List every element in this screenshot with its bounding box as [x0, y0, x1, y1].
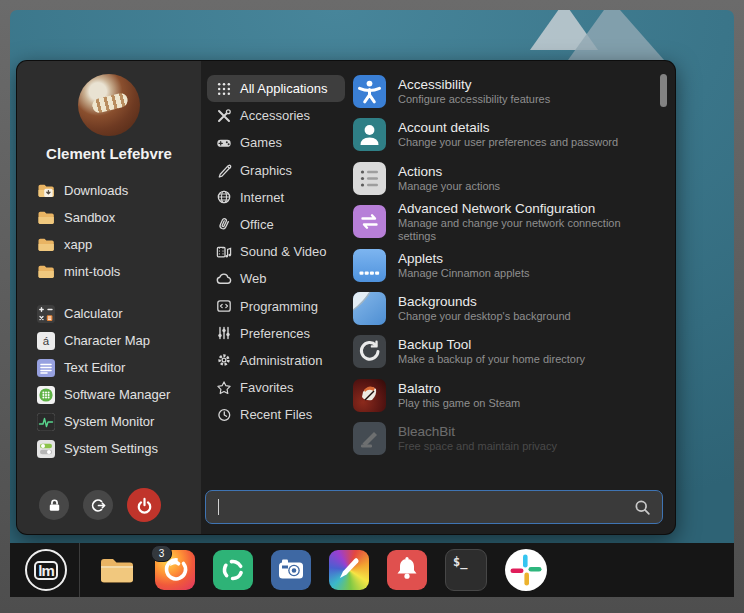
category-office[interactable]: Office: [207, 211, 345, 238]
cloud-icon: [216, 271, 232, 287]
category-programming[interactable]: Programming: [207, 293, 345, 320]
app-title: Accessibility: [398, 77, 550, 93]
app-shortcuts-list: Calculator á Character Map Text Editor S…: [17, 300, 201, 462]
app-actions[interactable]: Actions Manage your actions: [353, 162, 657, 195]
category-label: Graphics: [240, 163, 292, 178]
category-preferences[interactable]: Preferences: [207, 320, 345, 347]
gear-icon: [216, 352, 232, 368]
app-description: Manage your actions: [398, 180, 500, 193]
folder-icon: [98, 553, 136, 587]
application-list: Accessibility Configure accessibility fe…: [353, 75, 657, 466]
category-web[interactable]: Web: [207, 265, 345, 292]
menu-sidebar: Clement Lefebvre Downloads Sandbox xapp …: [17, 61, 201, 534]
slack-launcher[interactable]: [505, 549, 547, 591]
terminal-launcher[interactable]: $_: [445, 549, 487, 591]
mint-menu-button[interactable]: lm: [25, 549, 67, 591]
place-label: Downloads: [64, 183, 128, 198]
app-advanced-network-configuration[interactable]: Advanced Network Configuration Manage an…: [353, 205, 657, 238]
category-sound-video[interactable]: Sound & Video: [207, 238, 345, 265]
svg-text:á: á: [43, 335, 50, 347]
folder-icon: [37, 209, 55, 227]
app-description: Manage and change your network connectio…: [398, 217, 657, 243]
category-all-applications[interactable]: All Applications: [207, 75, 345, 102]
category-label: Programming: [240, 299, 318, 314]
update-manager-launcher[interactable]: [213, 550, 253, 590]
app-backgrounds[interactable]: Backgrounds Change your desktop's backgr…: [353, 292, 657, 325]
text-cursor: [218, 499, 219, 515]
place-xapp[interactable]: xapp: [17, 231, 201, 258]
refresh-icon: [213, 550, 253, 590]
category-graphics[interactable]: Graphics: [207, 157, 345, 184]
logout-button[interactable]: [83, 490, 113, 520]
category-favorites[interactable]: Favorites: [207, 374, 345, 401]
balatro-icon: [353, 379, 386, 412]
slack-icon: [505, 549, 547, 591]
category-recent-files[interactable]: Recent Files: [207, 401, 345, 428]
grid-icon: [216, 81, 232, 97]
category-label: Games: [240, 135, 282, 150]
shortcut-calculator[interactable]: Calculator: [17, 300, 201, 327]
category-administration[interactable]: Administration: [207, 347, 345, 374]
app-accessibility[interactable]: Accessibility Configure accessibility fe…: [353, 75, 657, 108]
shortcut-label: Character Map: [64, 333, 150, 348]
code-icon: [216, 298, 232, 314]
drawing-app-launcher[interactable]: [329, 550, 369, 590]
shortcut-system-monitor[interactable]: System Monitor: [17, 408, 201, 435]
app-bleachbit[interactable]: BleachBit Free space and maintain privac…: [353, 422, 657, 455]
account-details-icon: [353, 118, 386, 151]
app-list-scrollbar[interactable]: [660, 74, 667, 107]
shortcut-label: Text Editor: [64, 360, 125, 375]
applets-icon: [353, 249, 386, 282]
shortcut-label: Calculator: [64, 306, 123, 321]
shortcut-software-manager[interactable]: Software Manager: [17, 381, 201, 408]
place-sandbox[interactable]: Sandbox: [17, 204, 201, 231]
folder-icon: [37, 263, 55, 281]
app-applets[interactable]: Applets Manage Cinnamon applets: [353, 249, 657, 282]
mint-logo: lm: [34, 561, 58, 580]
search-input[interactable]: [205, 490, 663, 524]
backgrounds-icon: [353, 292, 386, 325]
app-account-details[interactable]: Account details Change your user prefere…: [353, 118, 657, 151]
user-avatar[interactable]: [78, 74, 140, 136]
category-games[interactable]: Games: [207, 129, 345, 156]
app-title: Balatro: [398, 381, 520, 397]
accessibility-icon: [353, 75, 386, 108]
files-launcher[interactable]: [97, 550, 137, 590]
shutdown-button[interactable]: [127, 488, 161, 522]
notifications-launcher[interactable]: [387, 550, 427, 590]
lock-button[interactable]: [39, 490, 69, 520]
star-icon: [216, 380, 232, 396]
places-list: Downloads Sandbox xapp mint-tools: [17, 177, 201, 285]
app-title: Applets: [398, 251, 529, 267]
bell-icon: [387, 550, 427, 590]
history-icon: [216, 407, 232, 423]
film-music-icon: [216, 244, 232, 260]
panel-launchers: 3 $_: [97, 549, 547, 591]
category-label: Favorites: [240, 380, 293, 395]
screenshot-tool-launcher[interactable]: [271, 550, 311, 590]
camera-icon: [271, 550, 311, 590]
place-label: Sandbox: [64, 210, 115, 225]
place-downloads[interactable]: Downloads: [17, 177, 201, 204]
app-balatro[interactable]: Balatro Play this game on Steam: [353, 379, 657, 412]
system-monitor-icon: [37, 413, 55, 431]
shortcut-system-settings[interactable]: System Settings: [17, 435, 201, 462]
category-accessories[interactable]: Accessories: [207, 102, 345, 129]
system-settings-icon: [37, 440, 55, 458]
firefox-launcher[interactable]: 3: [155, 550, 195, 590]
calculator-icon: [37, 305, 55, 323]
shortcut-text-editor[interactable]: Text Editor: [17, 354, 201, 381]
shortcut-label: Software Manager: [64, 387, 170, 402]
category-label: Web: [240, 271, 267, 286]
app-description: Make a backup of your home directory: [398, 353, 585, 366]
app-title: Backgrounds: [398, 294, 571, 310]
logout-icon: [91, 498, 106, 513]
desktop-wallpaper: Clement Lefebvre Downloads Sandbox xapp …: [10, 10, 734, 597]
app-description: Change your desktop's background: [398, 310, 571, 323]
shortcut-character-map[interactable]: á Character Map: [17, 327, 201, 354]
place-mint-tools[interactable]: mint-tools: [17, 258, 201, 285]
category-internet[interactable]: Internet: [207, 184, 345, 211]
app-title: Account details: [398, 120, 618, 136]
downloads-folder-icon: [37, 182, 55, 200]
app-backup-tool[interactable]: Backup Tool Make a backup of your home d…: [353, 335, 657, 368]
